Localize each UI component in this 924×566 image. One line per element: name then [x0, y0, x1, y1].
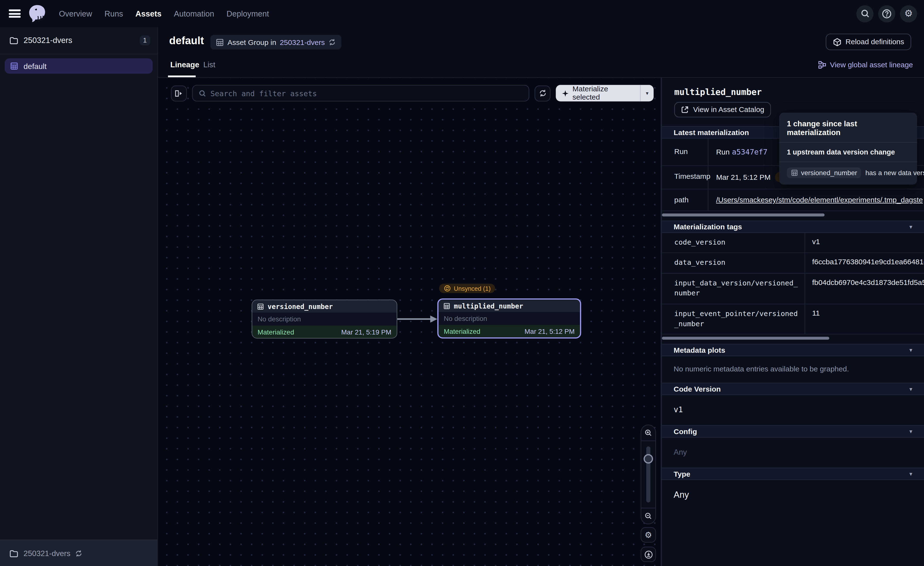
footer-repo-name: 250321-dvers	[24, 549, 70, 557]
tooltip-heading: 1 change since last materialization	[779, 113, 917, 143]
node-footer[interactable]: Materialized Mar 21, 5:19 PM	[252, 325, 397, 338]
nav-item-assets[interactable]: Assets	[135, 9, 162, 18]
dagster-logo[interactable]	[27, 4, 47, 24]
nav-item-deployment[interactable]: Deployment	[226, 9, 269, 18]
section-code-version[interactable]: Code Version ▾	[662, 383, 924, 395]
section-title: Metadata plots	[674, 346, 725, 354]
sidebar: 250321-dvers 1 default 250321-dvers	[0, 27, 158, 566]
help-icon	[882, 9, 892, 18]
expand-sidebar-button[interactable]	[171, 85, 187, 101]
tag-value: fb04dcb6970e4c3d1873de51fd5a5	[805, 274, 924, 303]
asset-group-chip[interactable]: Asset Group in 250321-dvers	[210, 35, 341, 50]
top-nav: Overview Runs Assets Automation Deployme…	[0, 0, 924, 27]
download-icon	[644, 550, 652, 559]
upstream-asset-chip[interactable]: versioned_number	[787, 167, 861, 178]
nav-item-runs[interactable]: Runs	[104, 9, 123, 18]
view-in-asset-catalog-button[interactable]: View in Asset Catalog	[674, 102, 771, 117]
section-config[interactable]: Config ▾	[662, 425, 924, 438]
tooltip-detail-row: versioned_number has a new data version	[779, 162, 917, 185]
materialized-status: Materialized	[444, 328, 480, 335]
sidebar-item-default-group[interactable]: default	[4, 58, 153, 74]
collapse-caret-icon[interactable]: ▾	[909, 223, 912, 230]
asset-group-icon	[216, 38, 224, 47]
graph-settings-button[interactable]: ⚙	[640, 527, 656, 542]
zoom-in-button[interactable]	[641, 425, 655, 441]
tag-key: input_data_version/versioned_number	[662, 274, 805, 303]
metadata-plots-empty-text: No numeric metadata entries available to…	[674, 365, 849, 373]
nav-actions: ⚙	[856, 5, 917, 22]
repo-asset-count-badge: 1	[140, 35, 150, 45]
horizontal-scrollbar[interactable]	[662, 337, 829, 340]
chip-repo-link[interactable]: 250321-dvers	[280, 38, 325, 47]
caret-down-icon: ▾	[646, 90, 648, 96]
reload-definitions-label: Reload definitions	[846, 38, 904, 46]
table-asset-icon	[443, 302, 450, 309]
graph-toolbar: Materialize selected ▾	[171, 85, 654, 102]
materialize-dropdown-caret[interactable]: ▾	[640, 85, 654, 102]
section-materialization-tags[interactable]: Materialization tags ▾	[662, 221, 924, 233]
path-link[interactable]: /Users/smackesey/stm/code/elementl/exper…	[716, 196, 923, 204]
tag-row: code_version v1	[662, 233, 924, 253]
node-footer[interactable]: Materialized Mar 21, 5:12 PM	[438, 325, 580, 337]
dagster-app-window: Overview Runs Assets Automation Deployme…	[0, 0, 924, 566]
unsynced-icon	[444, 285, 451, 292]
section-title: Type	[674, 470, 690, 478]
view-global-asset-lineage-link[interactable]: View global asset lineage	[818, 61, 913, 69]
run-label: Run	[662, 139, 708, 165]
repo-name: 250321-dvers	[24, 36, 72, 45]
section-title: Materialization tags	[674, 223, 742, 231]
nav-item-overview[interactable]: Overview	[59, 9, 92, 18]
lineage-graph-canvas[interactable]: Materialize selected ▾ Unsynced (1) vers…	[158, 78, 662, 566]
sparkle-icon	[562, 89, 569, 97]
tag-row: data_version f6ccba1776380941e9cd1ea6648…	[662, 253, 924, 273]
node-name: multiplied_number	[454, 302, 523, 310]
search-icon	[860, 9, 870, 18]
collapse-caret-icon[interactable]: ▾	[909, 347, 912, 354]
section-title: Latest materialization	[674, 128, 749, 137]
refresh-graph-button[interactable]	[535, 85, 550, 101]
asset-group-icon	[10, 62, 18, 70]
collapse-caret-icon[interactable]: ▾	[909, 428, 912, 435]
chip-prefix: Asset Group in	[228, 38, 276, 47]
tag-value: 11	[805, 304, 924, 334]
hamburger-menu-icon[interactable]	[9, 9, 21, 18]
reload-repo-icon[interactable]	[75, 549, 82, 557]
section-title: Code Version	[674, 385, 721, 393]
tab-lineage[interactable]: Lineage	[170, 60, 200, 69]
sidebar-footer[interactable]: 250321-dvers	[0, 539, 158, 566]
zoom-out-button[interactable]	[641, 508, 655, 524]
refresh-icon	[538, 89, 547, 98]
tabs-row: Lineage List View global asset lineage	[158, 59, 924, 78]
asset-node-multiplied-number[interactable]: multiplied_number No description Materia…	[437, 298, 581, 339]
tab-list[interactable]: List	[204, 60, 215, 69]
folder-icon	[9, 36, 18, 45]
horizontal-scrollbar[interactable]	[662, 214, 825, 217]
gear-icon: ⚙	[904, 9, 913, 18]
zoom-slider-handle[interactable]	[644, 454, 653, 464]
asset-search-input[interactable]	[210, 89, 523, 98]
collapse-caret-icon[interactable]: ▾	[909, 471, 912, 477]
collapse-caret-icon[interactable]: ▾	[909, 386, 912, 393]
materialize-main[interactable]: Materialize selected	[556, 85, 640, 102]
gear-icon: ⚙	[645, 531, 652, 539]
zoom-out-icon	[644, 512, 652, 520]
search-button[interactable]	[856, 5, 873, 22]
nav-item-automation[interactable]: Automation	[174, 9, 214, 18]
download-graph-button[interactable]	[640, 546, 656, 562]
reload-definitions-button[interactable]: Reload definitions	[825, 33, 911, 50]
run-id-link[interactable]: a5347ef7	[732, 148, 767, 156]
reload-repo-icon[interactable]	[328, 38, 336, 46]
section-metadata-plots[interactable]: Metadata plots ▾	[662, 344, 924, 356]
asset-node-versioned-number[interactable]: versioned_number No description Material…	[252, 300, 398, 339]
help-button[interactable]	[878, 5, 895, 22]
materialized-status: Materialized	[258, 328, 294, 335]
lineage-edge-arrow	[396, 313, 438, 325]
settings-button[interactable]: ⚙	[900, 5, 917, 22]
section-type[interactable]: Type ▾	[662, 468, 924, 480]
unsynced-badge-graph[interactable]: Unsynced (1)	[439, 284, 495, 293]
asset-detail-title: multiplied_number	[674, 87, 924, 97]
group-name: default	[24, 62, 46, 71]
sidebar-repo-row[interactable]: 250321-dvers 1	[0, 27, 158, 54]
materialize-selected-button[interactable]: Materialize selected ▾	[556, 85, 654, 102]
page-header: default Asset Group in 250321-dvers Relo…	[158, 27, 924, 59]
